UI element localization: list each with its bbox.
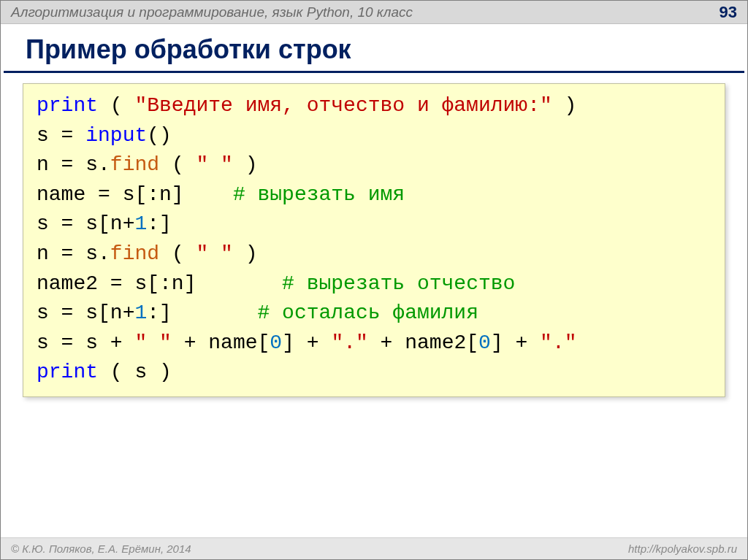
str-space: " " (196, 242, 233, 265)
str-space: " " (196, 153, 233, 176)
t: = (49, 302, 85, 324)
t: name (37, 183, 85, 206)
t: ( (98, 94, 134, 117)
cmt-name: # вырезать имя (233, 183, 405, 206)
t: name2 (405, 331, 466, 354)
t: + (294, 331, 331, 354)
t: ) (233, 242, 258, 265)
fn-find: find (110, 242, 159, 265)
course-title: Алгоритмизация и программирование, язык … (11, 4, 720, 20)
t: ( (98, 361, 134, 383)
section-title: Пример обработки строк (4, 24, 744, 73)
t: [n+ (98, 212, 134, 235)
kw-print: print (37, 94, 98, 117)
t: s (37, 212, 49, 235)
kw-print: print (37, 361, 98, 383)
slide: Алгоритмизация и программирование, язык … (0, 0, 748, 560)
t: . (98, 153, 110, 176)
t: ) (147, 361, 172, 383)
t: [:n] (147, 272, 196, 295)
fn-find: find (110, 153, 159, 176)
cmt-last: # осталась фамилия (258, 302, 478, 324)
t: + (172, 331, 208, 354)
t: s (85, 212, 98, 235)
t: n (37, 242, 49, 265)
t: [ (258, 331, 270, 354)
t: = (49, 153, 85, 176)
t: + (503, 331, 540, 354)
t: s (123, 183, 135, 206)
t: = (49, 212, 85, 235)
str-dot: "." (540, 331, 576, 354)
code-block: print ( "Введите имя, отчество и фамилию… (23, 83, 725, 397)
t: s (85, 302, 98, 324)
str-dot: "." (331, 331, 367, 354)
str-prompt: "Введите имя, отчество и фамилию:" (134, 94, 552, 117)
pad (172, 302, 258, 324)
kw-input: input (85, 124, 147, 147)
pad (196, 272, 282, 295)
t: name2 (37, 272, 98, 295)
page-number: 93 (720, 3, 737, 22)
num-one: 1 (134, 212, 147, 235)
str-space: " " (134, 331, 171, 354)
t: ( (159, 153, 196, 176)
t: = (98, 272, 134, 295)
t: s (85, 331, 98, 354)
t: ( (159, 242, 196, 265)
t: ] (282, 331, 294, 354)
t: ) (233, 153, 258, 176)
t: s (134, 361, 147, 383)
num-zero: 0 (270, 331, 282, 354)
t: + (98, 331, 134, 354)
t: ) (552, 94, 577, 117)
t: ] (491, 331, 503, 354)
t: [ (466, 331, 478, 354)
t: :] (147, 302, 172, 324)
header-bar: Алгоритмизация и программирование, язык … (1, 1, 747, 24)
footer-copyright: © К.Ю. Поляков, Е.А. Ерёмин, 2014 (11, 542, 628, 555)
t: + (368, 331, 405, 354)
t: () (147, 124, 172, 147)
t: s (85, 242, 98, 265)
t: name (208, 331, 257, 354)
t: s (37, 302, 49, 324)
pad (184, 183, 233, 206)
t: = (49, 124, 85, 147)
t: = (85, 183, 122, 206)
t: [:n] (134, 183, 183, 206)
t: = (49, 242, 85, 265)
footer-url: http://kpolyakov.spb.ru (628, 542, 737, 555)
t: [n+ (98, 302, 134, 324)
t: s (37, 331, 49, 354)
cmt-patr: # вырезать отчество (282, 272, 515, 295)
num-one: 1 (134, 302, 147, 324)
t: s (134, 272, 147, 295)
footer: © К.Ю. Поляков, Е.А. Ерёмин, 2014 http:/… (1, 537, 747, 559)
t: = (49, 331, 85, 354)
t: s (37, 124, 49, 147)
t: n (37, 153, 49, 176)
t: :] (147, 212, 172, 235)
t: s (85, 153, 98, 176)
t: . (98, 242, 110, 265)
num-zero: 0 (478, 331, 491, 354)
